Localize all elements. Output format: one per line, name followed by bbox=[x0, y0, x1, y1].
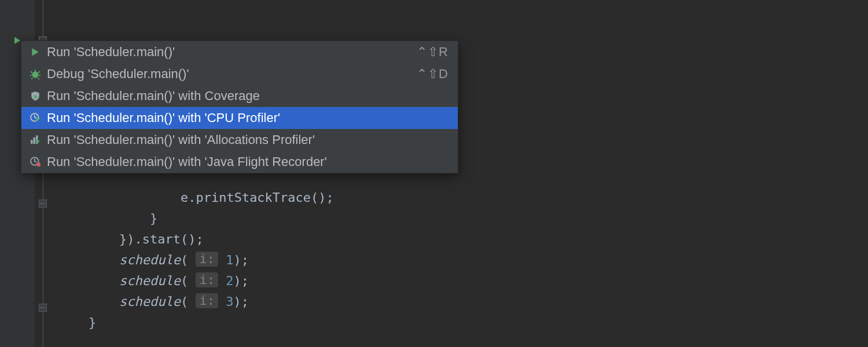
code-call: schedule bbox=[119, 294, 181, 309]
code-call: schedule bbox=[119, 253, 181, 267]
shield-run-icon bbox=[27, 91, 43, 101]
menu-shortcut: ⌃⇧D bbox=[417, 67, 448, 82]
menu-label: Run 'Scheduler.main()' with 'Java Flight… bbox=[43, 154, 448, 169]
menu-label: Run 'Scheduler.main()' with Coverage bbox=[43, 88, 448, 104]
menu-label: Run 'Scheduler.main()' with 'CPU Profile… bbox=[43, 110, 448, 125]
fold-handle[interactable] bbox=[38, 199, 47, 208]
code-text: }).start(); bbox=[119, 232, 204, 246]
menu-label: Run 'Scheduler.main()' with 'Allocations… bbox=[43, 132, 448, 147]
code-literal: 2 bbox=[226, 274, 233, 288]
bug-icon bbox=[27, 69, 43, 79]
bars-run-icon bbox=[27, 135, 43, 145]
code-editor[interactable]: public static void main(String[] args) {… bbox=[0, 0, 868, 347]
menu-item-coverage[interactable]: Run 'Scheduler.main()' with Coverage bbox=[21, 85, 458, 107]
menu-item-debug[interactable]: Debug 'Scheduler.main()' ⌃⇧D bbox=[21, 63, 458, 85]
menu-label: Run 'Scheduler.main()' bbox=[43, 45, 417, 60]
param-hint: i: bbox=[196, 272, 218, 287]
param-hint: i: bbox=[196, 293, 218, 308]
code-text: } bbox=[89, 315, 96, 330]
svg-point-2 bbox=[32, 72, 38, 78]
clock-run-icon bbox=[27, 113, 43, 123]
code-literal: 3 bbox=[226, 294, 233, 309]
menu-shortcut: ⌃⇧R bbox=[417, 45, 448, 60]
code-literal: 1 bbox=[226, 253, 233, 267]
fold-handle[interactable] bbox=[38, 303, 47, 312]
svg-point-8 bbox=[36, 163, 41, 167]
code-text: } bbox=[150, 211, 157, 226]
menu-item-cpu-profiler[interactable]: Run 'Scheduler.main()' with 'CPU Profile… bbox=[21, 107, 458, 129]
svg-rect-5 bbox=[34, 138, 35, 144]
menu-item-allocations-profiler[interactable]: Run 'Scheduler.main()' with 'Allocations… bbox=[21, 129, 458, 151]
menu-item-jfr[interactable]: Run 'Scheduler.main()' with 'Java Flight… bbox=[21, 151, 458, 173]
svg-rect-4 bbox=[31, 140, 32, 144]
run-icon bbox=[27, 47, 43, 57]
menu-item-run[interactable]: Run 'Scheduler.main()' ⌃⇧R bbox=[21, 41, 458, 63]
run-context-menu: Run 'Scheduler.main()' ⌃⇧R Debug 'Schedu… bbox=[21, 40, 458, 174]
code-call: schedule bbox=[119, 274, 181, 288]
menu-label: Debug 'Scheduler.main()' bbox=[43, 67, 417, 82]
code-text: e.printStackTrace(); bbox=[181, 190, 334, 205]
clock-record-icon bbox=[27, 157, 43, 167]
param-hint: i: bbox=[196, 252, 218, 267]
